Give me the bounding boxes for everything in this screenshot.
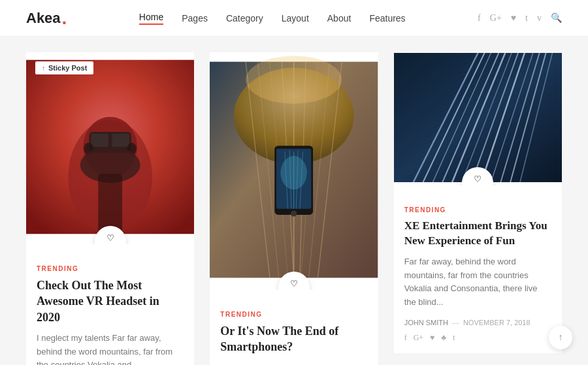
phone-image: [210, 52, 378, 287]
trending-label-phone: TRENDING: [220, 311, 367, 318]
svg-point-22: [246, 56, 342, 104]
card-image-wrap-phone: ♡ 321: [210, 52, 378, 290]
like-count-vr: 261: [105, 244, 116, 245]
card-excerpt-phone: I neglect my talents Far far away,: [220, 362, 367, 365]
like-count-metal: 171: [472, 185, 483, 186]
card-title-phone[interactable]: Or It's Now The End of Smartphones?: [220, 323, 367, 355]
card-body-vr: TRENDING Check Out The Most Awesome VR H…: [26, 244, 194, 365]
metal-image: [394, 52, 562, 183]
nav-layout[interactable]: Layout: [282, 13, 309, 24]
nav-pages[interactable]: Pages: [182, 13, 208, 24]
sticky-badge: ↑ Sticky Post: [35, 61, 93, 74]
card-grid: ↑ Sticky Post ♡ 261 TRENDING Check Out T…: [26, 52, 562, 365]
social-stumble[interactable]: ♣: [441, 333, 446, 343]
card-image-wrap-vr: ↑ Sticky Post ♡ 261: [26, 52, 194, 244]
heart-icon-phone: ♡: [290, 279, 298, 289]
card-title-vr[interactable]: Check Out The Most Awesome VR Headset in…: [37, 278, 184, 325]
social-facebook[interactable]: f: [404, 333, 407, 343]
scroll-top-icon: ↑: [559, 332, 563, 343]
main-content: ↑ Sticky Post ♡ 261 TRENDING Check Out T…: [0, 37, 588, 365]
card-phone: ♡ 321 TRENDING Or It's Now The End of Sm…: [210, 52, 378, 365]
googleplus-icon[interactable]: G+: [490, 13, 502, 24]
search-icon[interactable]: 🔍: [551, 12, 562, 24]
logo-dot: .: [62, 9, 67, 27]
nav-category[interactable]: Category: [226, 13, 263, 24]
card-body-metal: TRENDING XE Entertainment Brings You New…: [394, 185, 562, 353]
card-body-phone: TRENDING Or It's Now The End of Smartpho…: [210, 290, 378, 365]
card-meta: JOHN SMITH — NOVEMBER 7, 2018: [404, 319, 551, 326]
card-title-metal[interactable]: XE Entertainment Brings You New Experien…: [404, 219, 551, 249]
logo-text: Akea: [26, 10, 61, 27]
social-twitter[interactable]: t: [453, 333, 455, 343]
svg-point-31: [291, 210, 297, 216]
sticky-label: Sticky Post: [48, 64, 87, 72]
vimeo-icon[interactable]: v: [537, 13, 542, 24]
svg-rect-10: [26, 60, 194, 234]
pinterest-icon[interactable]: ♥: [511, 13, 516, 24]
scroll-top-button[interactable]: ↑: [549, 326, 572, 349]
nav-features[interactable]: Features: [369, 13, 405, 24]
header: Akea . Home Pages Category Layout About …: [0, 0, 588, 37]
card-social: f G+ ♥ ♣ t: [404, 333, 551, 343]
card-excerpt-metal: Far far away, behind the word mountains,…: [404, 255, 551, 309]
twitter-icon[interactable]: t: [525, 13, 528, 24]
header-icons: f G+ ♥ t v 🔍: [478, 12, 562, 24]
trending-label-vr: TRENDING: [37, 265, 184, 272]
card-image-wrap-metal: ♡ 171: [394, 52, 562, 185]
author-name: JOHN SMITH: [404, 319, 448, 326]
meta-dash: —: [452, 319, 459, 326]
card-metal: ♡ 171 TRENDING XE Entertainment Brings Y…: [394, 52, 562, 353]
facebook-icon[interactable]: f: [478, 13, 481, 24]
nav-home[interactable]: Home: [139, 12, 163, 25]
social-google[interactable]: G+: [414, 333, 423, 343]
card-excerpt-vr: I neglect my talents Far far away, behin…: [37, 332, 184, 365]
card-vr: ↑ Sticky Post ♡ 261 TRENDING Check Out T…: [26, 52, 194, 365]
svg-point-32: [293, 150, 295, 152]
logo[interactable]: Akea .: [26, 9, 67, 27]
nav-about[interactable]: About: [327, 13, 351, 24]
main-nav: Home Pages Category Layout About Feature…: [139, 12, 406, 25]
heart-icon-vr: ♡: [106, 233, 114, 243]
post-date: NOVEMBER 7, 2018: [463, 319, 531, 326]
pin-icon: ↑: [42, 65, 45, 72]
like-count-phone: 321: [289, 289, 300, 291]
card-col-right: ♡ 171 TRENDING XE Entertainment Brings Y…: [394, 52, 562, 365]
svg-rect-46: [394, 53, 562, 182]
heart-icon-metal: ♡: [474, 174, 482, 184]
vr-image: [26, 52, 194, 242]
social-pinterest[interactable]: ♥: [430, 333, 434, 343]
trending-label-metal: TRENDING: [404, 206, 551, 214]
